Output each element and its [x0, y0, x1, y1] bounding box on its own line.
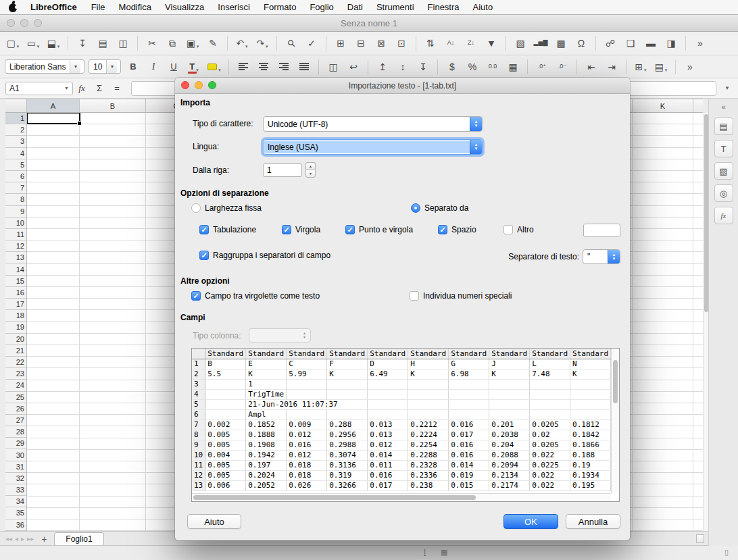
- merge-delimiters-checkbox[interactable]: [199, 251, 209, 260]
- insert-column-icon[interactable]: ⊟: [351, 34, 370, 52]
- vertical-scrollbar[interactable]: [703, 113, 708, 531]
- space-checkbox[interactable]: [438, 225, 447, 234]
- window-titlebar[interactable]: Senza nome 1: [0, 15, 738, 32]
- preview-cell[interactable]: 0.022: [530, 470, 570, 480]
- insert-comment-icon[interactable]: ❏: [621, 34, 640, 52]
- format-currency-icon[interactable]: $: [443, 58, 462, 76]
- row-header-28[interactable]: 28: [5, 426, 26, 438]
- preview-cell[interactable]: 0.014: [368, 450, 408, 460]
- row-header-15[interactable]: 15: [5, 276, 26, 287]
- separated-by-option[interactable]: Separato da: [411, 203, 468, 213]
- preview-cell[interactable]: K: [327, 369, 368, 379]
- row-header-31[interactable]: 31: [5, 461, 26, 473]
- preview-column-header[interactable]: Standard: [489, 349, 530, 359]
- menu-item-strumenti[interactable]: Strumenti: [370, 2, 421, 12]
- preview-column-header[interactable]: Standard: [408, 349, 449, 359]
- row-header-19[interactable]: 19: [5, 322, 26, 333]
- previous-sheet-icon[interactable]: ◂: [15, 535, 18, 542]
- preview-column-header[interactable]: Standard: [449, 349, 489, 359]
- preview-column-header[interactable]: Standard: [570, 349, 611, 359]
- preview-cell[interactable]: 0.005: [205, 430, 246, 440]
- quoted-as-text-checkbox[interactable]: [191, 291, 201, 301]
- sort-icon[interactable]: ⇅: [421, 34, 440, 52]
- row-header-25[interactable]: 25: [5, 392, 26, 403]
- preview-column-header[interactable]: Standard: [327, 349, 368, 359]
- ok-button[interactable]: OK: [503, 514, 558, 529]
- preview-cell[interactable]: 5.99: [287, 369, 327, 379]
- language-select[interactable]: Inglese (USA) ▲▼: [263, 139, 483, 155]
- preview-cell[interactable]: 0.2088: [489, 450, 530, 460]
- preview-cell[interactable]: 0.016: [449, 450, 489, 460]
- export-pdf-icon[interactable]: ↧: [73, 34, 92, 52]
- help-button[interactable]: Aiuto: [187, 514, 241, 529]
- row-header-22[interactable]: 22: [5, 357, 26, 368]
- preview-cell[interactable]: 0.012: [287, 430, 327, 440]
- comma-separator-option[interactable]: Virgola: [282, 225, 320, 234]
- preview-cell[interactable]: 0.2288: [408, 450, 449, 460]
- preview-cell[interactable]: 0.3074: [327, 450, 368, 460]
- preview-cell[interactable]: [368, 379, 408, 389]
- preview-cell[interactable]: 0.238: [408, 480, 449, 490]
- preview-cell[interactable]: 0.018: [287, 470, 327, 480]
- select-all-corner[interactable]: [5, 99, 27, 112]
- preview-cell[interactable]: [205, 389, 246, 399]
- preview-horizontal-scrollbar-thumb[interactable]: [193, 495, 476, 500]
- quoted-as-text-option[interactable]: Campo tra virgolette come testo: [191, 291, 320, 301]
- preview-cell[interactable]: 0.004: [205, 450, 246, 460]
- preview-cell[interactable]: G: [449, 359, 489, 369]
- preview-cell[interactable]: K: [246, 369, 287, 379]
- preview-cell[interactable]: 0.0205: [530, 419, 570, 430]
- preview-cell[interactable]: 0.2956: [327, 430, 368, 440]
- cancel-button[interactable]: Annulla: [566, 514, 620, 529]
- menu-item-visualizza[interactable]: Visualizza: [158, 2, 211, 12]
- preview-cell[interactable]: [570, 379, 611, 389]
- preview-cell[interactable]: [327, 409, 368, 419]
- preview-column-header[interactable]: Standard: [368, 349, 408, 359]
- format-number-icon[interactable]: 0.0: [483, 58, 502, 76]
- preview-cell[interactable]: [408, 409, 449, 419]
- preview-cell[interactable]: K: [570, 369, 611, 379]
- preview-cell[interactable]: [489, 409, 530, 419]
- underline-icon[interactable]: U: [164, 58, 183, 76]
- row-header-17[interactable]: 17: [5, 299, 26, 310]
- preview-column-header[interactable]: Standard: [246, 349, 287, 359]
- preview-cell[interactable]: 0.1908: [246, 440, 287, 450]
- preview-cell[interactable]: 1: [246, 379, 287, 389]
- navigator-icon[interactable]: ◎: [714, 184, 733, 202]
- row-header-8[interactable]: 8: [5, 194, 26, 205]
- preview-cell[interactable]: 0.005: [205, 470, 246, 480]
- bold-icon[interactable]: B: [124, 58, 143, 76]
- increase-indent-icon[interactable]: ⇥: [602, 58, 621, 76]
- preview-cell[interactable]: 0.009: [287, 419, 327, 430]
- preview-column-header[interactable]: Standard: [205, 349, 246, 359]
- insert-mode-icon[interactable]: I: [424, 548, 426, 556]
- preview-cell[interactable]: 0.19: [570, 460, 611, 470]
- borders-icon[interactable]: ⊞▾: [631, 58, 650, 76]
- sort-descending-icon[interactable]: Z↓: [462, 34, 481, 52]
- preview-cell[interactable]: [287, 379, 327, 389]
- preview-cell[interactable]: 0.1888: [246, 430, 287, 440]
- column-type-select[interactable]: ▲▼: [249, 328, 311, 342]
- preview-cell[interactable]: 0.013: [368, 430, 408, 440]
- preview-cell[interactable]: 0.2254: [408, 440, 449, 450]
- insert-row-icon[interactable]: ⊞: [331, 34, 350, 52]
- preview-cell[interactable]: 0.006: [205, 480, 246, 490]
- preview-cell[interactable]: 0.022: [530, 480, 570, 490]
- row-header-24[interactable]: 24: [5, 380, 26, 391]
- freeze-panes-icon[interactable]: ◨: [662, 34, 681, 52]
- delete-column-icon[interactable]: ⊡: [392, 34, 411, 52]
- styles-icon[interactable]: T: [714, 140, 733, 157]
- preview-cell[interactable]: [368, 399, 408, 409]
- menu-item-finestra[interactable]: Finestra: [421, 2, 466, 12]
- row-header-5[interactable]: 5: [5, 159, 26, 171]
- row-header-26[interactable]: 26: [5, 403, 26, 415]
- sort-ascending-icon[interactable]: A↓: [441, 34, 460, 52]
- preview-cell[interactable]: D: [368, 359, 408, 369]
- preview-cell[interactable]: [489, 389, 530, 399]
- preview-cell[interactable]: J: [489, 359, 530, 369]
- preview-cell[interactable]: 0.3266: [327, 480, 368, 490]
- semicolon-separator-option[interactable]: Punto e virgola: [345, 225, 413, 234]
- preview-cell[interactable]: 7.48: [530, 369, 570, 379]
- preview-cell[interactable]: [530, 379, 570, 389]
- border-style-icon[interactable]: ▤▾: [651, 58, 670, 76]
